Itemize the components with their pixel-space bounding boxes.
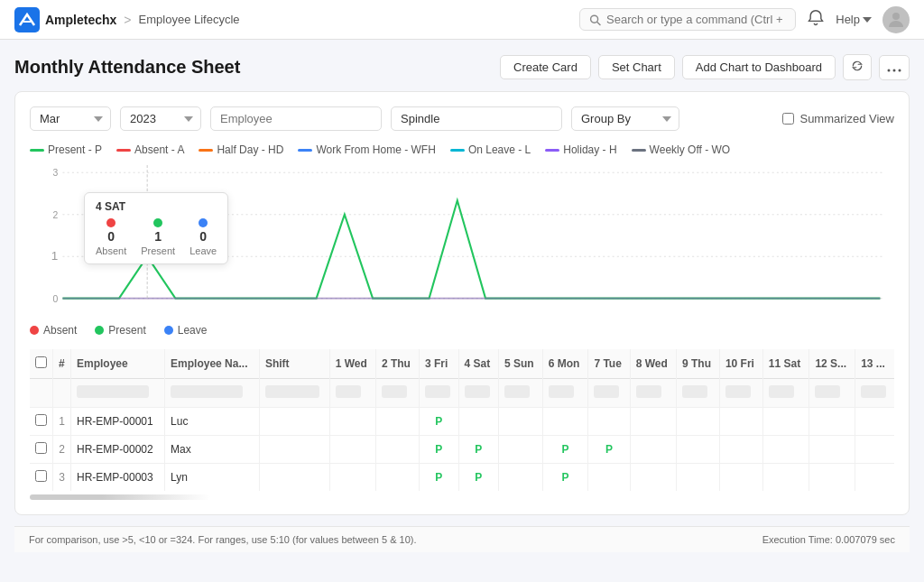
attendance-table-wrap: # Employee Employee Na... Shift 1 Wed 2 … — [30, 349, 894, 500]
row2-d1 — [329, 436, 375, 464]
add-chart-button[interactable]: Add Chart to Dashboard — [682, 55, 836, 79]
attendance-table: # Employee Employee Na... Shift 1 Wed 2 … — [30, 349, 894, 491]
more-options-button[interactable] — [879, 55, 910, 80]
row3-num: 3 — [53, 464, 71, 492]
row1-d8 — [630, 408, 676, 436]
ellipsis-icon — [887, 69, 901, 72]
month-filter[interactable]: JanFebMarApr MayJunJulAug SepOctNovDec — [30, 106, 111, 131]
row2-checkbox[interactable] — [30, 436, 53, 464]
row2-d11 — [762, 436, 809, 464]
row3-d8 — [630, 464, 676, 492]
row1-d7 — [588, 408, 630, 436]
row3-d7 — [588, 464, 630, 492]
search-input[interactable] — [606, 13, 786, 26]
filter-d4 — [458, 379, 498, 408]
present-line — [30, 149, 44, 152]
legend-holiday-label: Holiday - H — [563, 143, 616, 156]
legend-absent: Absent - A — [116, 143, 184, 156]
th-d13: 13 ... — [855, 349, 894, 379]
avatar[interactable] — [882, 6, 910, 33]
th-d4: 4 Sat — [458, 349, 498, 379]
create-card-button[interactable]: Create Card — [500, 55, 591, 79]
row1-d4 — [458, 408, 498, 436]
legend-holiday: Holiday - H — [545, 143, 616, 156]
logo-icon — [14, 7, 40, 32]
row1-d3: P — [419, 408, 458, 436]
table-header: # Employee Employee Na... Shift 1 Wed 2 … — [30, 349, 894, 408]
row2-num: 2 — [53, 436, 71, 464]
row1-d11 — [762, 408, 809, 436]
legend-wfh-label: Work From Home - WFH — [316, 143, 435, 156]
row1-d2 — [375, 408, 419, 436]
th-d6: 6 Mon — [542, 349, 588, 379]
chart-type-legend: Present - P Absent - A Half Day - HD Wor… — [30, 143, 894, 156]
row3-d3: P — [419, 464, 458, 492]
absent-legend-dot — [30, 326, 39, 335]
row3-d1 — [329, 464, 375, 492]
refresh-button[interactable] — [843, 54, 872, 80]
svg-point-3 — [892, 13, 900, 20]
row2-d7: P — [588, 436, 630, 464]
notification-bell[interactable] — [807, 9, 825, 30]
holiday-line — [545, 149, 559, 152]
help-button[interactable]: Help — [836, 13, 872, 26]
summarized-view-checkbox[interactable] — [782, 113, 794, 125]
chevron-down-icon — [863, 15, 872, 24]
filter-row: JanFebMarApr MayJunJulAug SepOctNovDec 2… — [30, 106, 894, 131]
row1-d12 — [809, 408, 855, 436]
th-shift: Shift — [259, 349, 329, 379]
table-row: 2 HR-EMP-00002 Max P P P P — [30, 436, 894, 464]
legend-wfh: Work From Home - WFH — [298, 143, 435, 156]
row3-emp-name: Lyn — [165, 464, 260, 492]
legend-weeklyoff-label: Weekly Off - WO — [650, 143, 731, 156]
weeklyoff-line — [632, 149, 646, 152]
search-box[interactable] — [579, 8, 796, 31]
row1-num: 1 — [53, 408, 71, 436]
filter-d1 — [329, 379, 375, 408]
row2-d6: P — [542, 436, 588, 464]
row2-d8 — [630, 436, 676, 464]
row3-d6: P — [542, 464, 588, 492]
row3-d13 — [855, 464, 894, 492]
row1-checkbox[interactable] — [30, 408, 53, 436]
table-filter-row — [30, 379, 894, 408]
row1-d1 — [329, 408, 375, 436]
svg-text:0: 0 — [52, 294, 58, 304]
svg-point-6 — [899, 69, 901, 71]
employee-filter[interactable] — [210, 106, 382, 131]
select-all-checkbox[interactable] — [35, 356, 47, 368]
absent-legend-text: Absent — [43, 324, 77, 337]
filter-d2 — [375, 379, 419, 408]
filter-d5 — [498, 379, 542, 408]
summarized-view-label[interactable]: Summarized View — [799, 112, 894, 125]
set-chart-button[interactable]: Set Chart — [598, 55, 675, 79]
th-d1: 1 Wed — [329, 349, 375, 379]
legend-halfday-label: Half Day - HD — [217, 143, 283, 156]
row3-emp-id: HR-EMP-00003 — [71, 464, 165, 492]
filter-d11 — [762, 379, 809, 408]
halfday-line — [199, 149, 213, 152]
filter-d7 — [588, 379, 630, 408]
svg-point-4 — [888, 69, 891, 71]
row2-d4: P — [458, 436, 498, 464]
topnav: Ampletechx > Employee Lifecycle Help — [0, 0, 924, 40]
spindle-filter[interactable] — [391, 106, 562, 131]
th-d12: 12 S... — [809, 349, 855, 379]
status-bar: For comparison, use >5, <10 or =324. For… — [14, 526, 910, 552]
year-filter[interactable]: 2021202220232024 — [120, 106, 201, 131]
filter-d8 — [630, 379, 676, 408]
table-row: 1 HR-EMP-00001 Luc P — [30, 408, 894, 436]
legend-present: Present - P — [30, 143, 102, 156]
row3-checkbox[interactable] — [30, 464, 53, 492]
legend-absent-label: Absent - A — [134, 143, 184, 156]
page-title: Monthly Attendance Sheet — [14, 57, 240, 78]
filter-num — [53, 379, 71, 408]
app-name: Ampletechx — [45, 13, 116, 27]
row2-d10 — [719, 436, 762, 464]
summarized-view-group: Summarized View — [782, 112, 894, 125]
group-by-filter[interactable]: Group By — [571, 106, 679, 131]
row2-d3: P — [419, 436, 458, 464]
th-d3: 3 Fri — [419, 349, 458, 379]
present-legend-dot — [95, 326, 104, 335]
leave-line — [450, 149, 465, 152]
